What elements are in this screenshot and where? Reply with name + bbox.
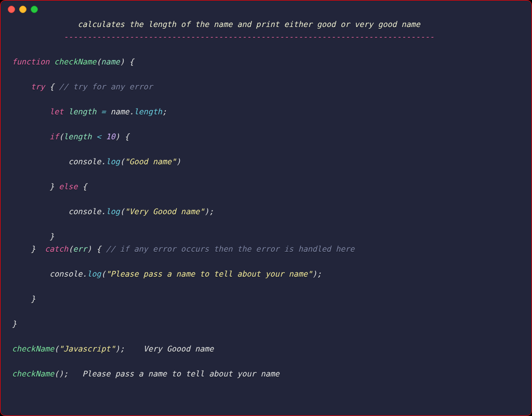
brace-close: } (49, 232, 54, 241)
dot: . (129, 107, 134, 116)
comment-catch: // if any error occurs then the error is… (106, 244, 355, 254)
semicolon: ; (63, 369, 68, 379)
brace-open: { (82, 182, 87, 191)
str-good: "Good name" (125, 157, 176, 166)
paren-open: ( (59, 132, 63, 141)
paren-open: ( (97, 57, 101, 67)
op-assign: = (101, 107, 106, 116)
str-please: "Please pass a name to tell about your n… (106, 269, 312, 279)
param-name: name (101, 57, 120, 67)
fn-name: checkName (54, 57, 96, 67)
brace-open: { (129, 57, 134, 67)
brace-close: } (31, 294, 35, 304)
window-traffic-lights (8, 6, 38, 13)
header-description: calculates the length of the name and pr… (77, 20, 420, 29)
paren-open: ( (120, 207, 125, 216)
close-icon[interactable] (8, 6, 15, 13)
cond-lhs: length (63, 132, 91, 141)
paren-open: ( (120, 157, 125, 166)
cond-rhs: 10 (106, 132, 115, 141)
paren-close: ) (204, 207, 209, 216)
dot: . (101, 207, 106, 216)
call2: checkName (12, 369, 54, 379)
paren-close: ) (120, 57, 125, 67)
str-verygood: "Very Goood name" (125, 207, 205, 216)
call1: checkName (12, 344, 54, 354)
code-block: calculates the length of the name and pr… (1, 1, 531, 391)
semicolon: ; (162, 107, 167, 116)
expr-obj: name (111, 107, 129, 116)
call1-arg: "Javascript" (59, 344, 115, 354)
paren-close: ) (115, 132, 120, 141)
expr-prop: length (134, 107, 162, 116)
call2-output: Please pass a name to tell about your na… (82, 369, 279, 379)
console: console (68, 157, 101, 166)
minimize-icon[interactable] (19, 6, 26, 13)
log: log (106, 207, 120, 216)
call1-output: Very Goood name (143, 344, 214, 354)
paren-open: ( (101, 269, 106, 279)
brace-close: } (31, 244, 35, 254)
semicolon: ; (209, 207, 214, 216)
semicolon: ; (317, 269, 322, 279)
console: console (68, 207, 101, 216)
paren-open: ( (54, 344, 59, 354)
console: console (49, 269, 82, 279)
paren-close: ) (115, 344, 120, 354)
brace-open: { (97, 244, 101, 254)
kw-if: if (49, 132, 59, 141)
paren-close: ) (59, 369, 63, 379)
var-length: length (68, 107, 96, 116)
semicolon: ; (120, 344, 125, 354)
brace-close: } (49, 182, 54, 191)
paren-close: ) (87, 244, 92, 254)
code-window: calculates the length of the name and pr… (0, 0, 532, 416)
param-err: err (73, 244, 87, 254)
paren-open: ( (54, 369, 59, 379)
header-divider: ----------------------------------------… (63, 32, 434, 42)
paren-close: ) (176, 157, 181, 166)
kw-let: let (49, 107, 63, 116)
kw-function: function (12, 57, 49, 67)
kw-catch: catch (45, 244, 68, 254)
kw-try: try (31, 82, 45, 92)
brace-open: { (125, 132, 129, 141)
brace-close: } (12, 319, 17, 329)
paren-close: ) (312, 269, 317, 279)
brace-open: { (49, 82, 54, 92)
dot: . (82, 269, 87, 279)
kw-else: else (59, 182, 77, 191)
log: log (106, 157, 120, 166)
zoom-icon[interactable] (31, 6, 38, 13)
comment-try: // try for any error (59, 82, 153, 92)
op-lt: < (97, 132, 101, 141)
dot: . (101, 157, 106, 166)
log: log (87, 269, 101, 279)
